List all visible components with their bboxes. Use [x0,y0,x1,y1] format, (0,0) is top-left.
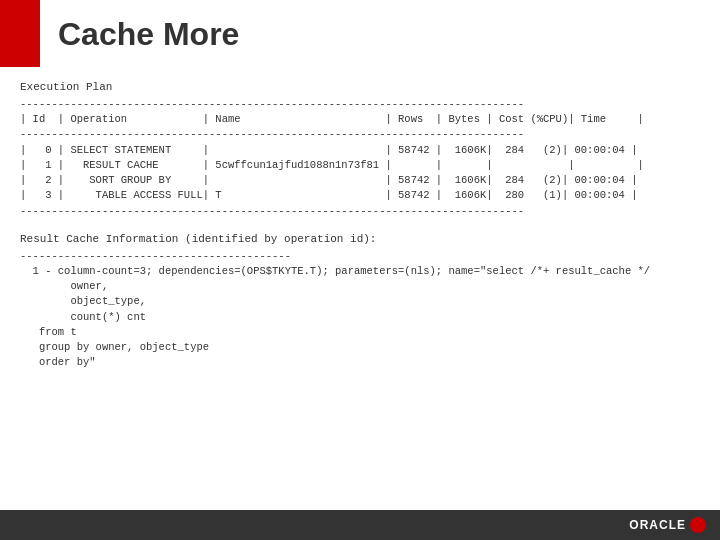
oracle-brand-text: ORACLE [629,518,686,532]
footer: ORACLE [0,510,720,540]
execution-plan-label: Execution Plan [20,81,700,93]
result-cache-entry: 1 - column-count=3; dependencies=(OPS$TK… [20,264,700,371]
execution-plan-content: ----------------------------------------… [20,97,700,219]
execution-plan-section: Execution Plan -------------------------… [20,81,700,219]
oracle-red-dot [690,517,706,533]
result-cache-section: Result Cache Information (identified by … [20,233,700,371]
header-accent-block [0,0,40,67]
result-cache-label: Result Cache Information (identified by … [20,233,700,245]
header: Cache More [0,0,720,67]
page-title: Cache More [58,18,239,50]
result-cache-separator: ----------------------------------------… [20,249,700,264]
oracle-logo: ORACLE [629,517,706,533]
main-content: Execution Plan -------------------------… [0,67,720,381]
